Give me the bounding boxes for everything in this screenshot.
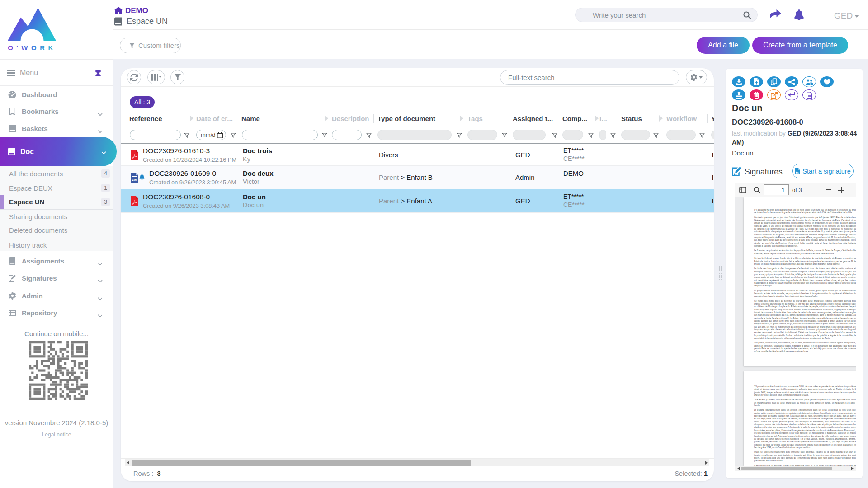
svg-text:O'WORK: O'WORK <box>8 44 57 52</box>
svg-text:W: W <box>134 178 137 181</box>
